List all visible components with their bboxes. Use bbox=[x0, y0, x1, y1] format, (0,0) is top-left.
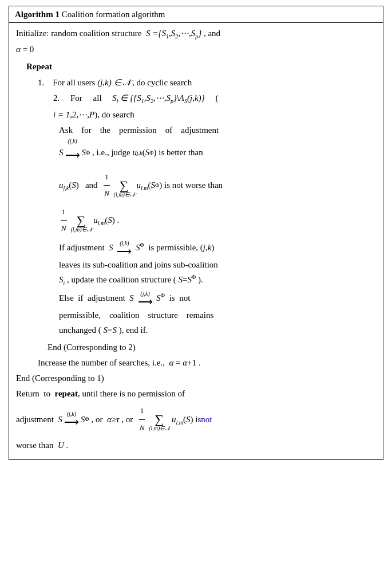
else-line1: Else if adjustment S (j,k) ⟶ SΦ is not bbox=[59, 291, 376, 307]
step2-line1: 2. For all Si ∈ {{S1,S2,⋯,Sp}\ΛS(j,k)} ( bbox=[53, 91, 376, 106]
if-adjustment-block: If adjustment S (j,k) ⟶ SΦ is permissibl… bbox=[59, 241, 376, 288]
if-line3: Si , update the coalition structure ( S=… bbox=[59, 273, 376, 288]
algorithm-title: Coalition formation algorithm bbox=[62, 10, 165, 19]
step2-line2: i = 1,2,⋯,P), do search bbox=[53, 108, 376, 121]
if-line2: leaves its sub-coalition and joins sub-c… bbox=[59, 258, 376, 272]
adjustment-line: adjustment S (j,k) ⟶ SΦ , or α ≥ τ , or … bbox=[16, 403, 376, 436]
set-notation: S ={S1,S2,⋯,Sp} bbox=[146, 29, 201, 38]
alpha-line: α = 0 bbox=[16, 42, 376, 56]
else-line3: unchanged ( S=S ), end if. bbox=[59, 323, 376, 337]
step1: 1. For all users (j,k) ∈ 𝒩 , do cyclic s… bbox=[38, 76, 376, 89]
algorithm-label: Algorithm 1 bbox=[15, 10, 60, 19]
ask-line2: S (j,k) ⟶ SΦ , i.e., judge uj,k(SΦ) is b… bbox=[59, 139, 376, 167]
return-line: Return to repeat, until there is no perm… bbox=[16, 387, 376, 400]
ask-block: Ask for the permission of adjustment S (… bbox=[59, 123, 376, 237]
algorithm-box: Algorithm 1 Coalition formation algorith… bbox=[9, 6, 383, 460]
repeat-word: repeat bbox=[55, 389, 78, 398]
not-label: not bbox=[201, 410, 212, 429]
repeat-label: Repeat bbox=[26, 60, 376, 73]
else-block: Else if adjustment S (j,k) ⟶ SΦ is not p… bbox=[59, 291, 376, 337]
else-line2: permissible, coalition structure remains bbox=[59, 308, 376, 322]
algorithm-header: Algorithm 1 Coalition formation algorith… bbox=[9, 6, 383, 23]
if-line1: If adjustment S (j,k) ⟶ SΦ is permissibl… bbox=[59, 241, 376, 257]
ask-line4: 1 N ∑ (l,m)∈𝒩 ul.m(S) . bbox=[59, 204, 376, 237]
worse-line: worse than U . bbox=[16, 438, 376, 452]
init-line: Initialize: random coalition structure S… bbox=[16, 26, 376, 41]
increase-line: Increase the number of searches, i.e., α… bbox=[38, 356, 376, 370]
ask-line1: Ask for the permission of adjustment bbox=[59, 123, 376, 137]
end-2: End (Corresponding to 2) bbox=[47, 340, 376, 354]
algorithm-body: Initialize: random coalition structure S… bbox=[9, 23, 383, 459]
ask-line3: uj,k(S) and 1 N ∑ (l,m)∈𝒩 ul.m(SΦ) is no… bbox=[59, 169, 376, 202]
end-1: End (Corresponding to 1) bbox=[16, 371, 376, 385]
